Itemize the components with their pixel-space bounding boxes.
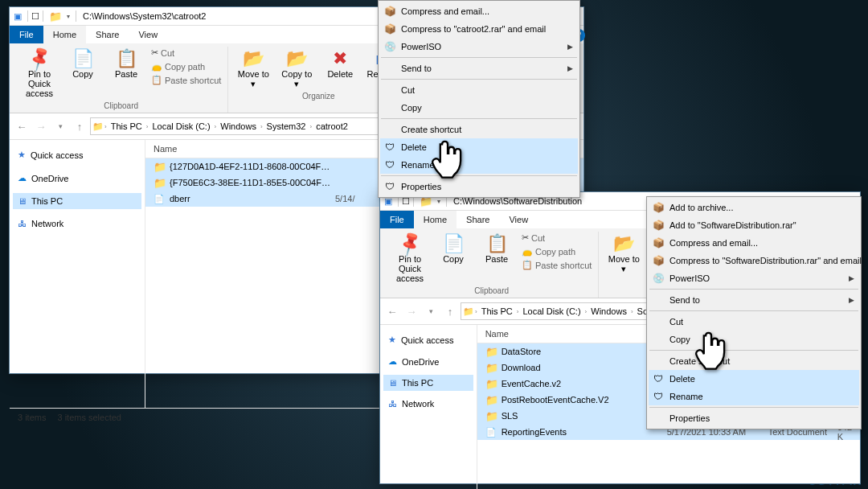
network-icon: 🖧 bbox=[388, 399, 397, 409]
col-name[interactable]: Name bbox=[485, 329, 646, 339]
paste-button[interactable]: 📋Paste bbox=[477, 232, 517, 265]
menu-item[interactable]: 💿PowerISO▶ bbox=[649, 269, 859, 287]
menu-item-icon: 🛡 bbox=[383, 142, 396, 153]
tab-view[interactable]: View bbox=[129, 26, 167, 43]
menu-item[interactable]: Properties bbox=[649, 409, 859, 427]
tab-file[interactable]: File bbox=[380, 211, 414, 228]
cut-button[interactable]: Cut bbox=[520, 232, 593, 244]
copy-button[interactable]: 📄Copy bbox=[63, 47, 103, 80]
up-button[interactable]: ↑ bbox=[441, 302, 459, 320]
status-selected: 3 items selected bbox=[57, 413, 121, 422]
paste-shortcut-button[interactable]: 📋Paste shortcut bbox=[149, 74, 223, 86]
recent-button[interactable]: ▾ bbox=[51, 117, 69, 135]
menu-item[interactable]: Cut bbox=[380, 81, 578, 99]
copy-to-button[interactable]: 📂Copy to ▾ bbox=[276, 47, 317, 90]
move-to-button[interactable]: 📂Move to ▾ bbox=[604, 232, 644, 275]
menu-item[interactable]: Send to▶ bbox=[649, 291, 859, 309]
ribbon-group-clipboard: Clipboard bbox=[104, 100, 138, 113]
sidebar-item-network[interactable]: 🖧Network bbox=[13, 216, 141, 232]
tab-share[interactable]: Share bbox=[457, 211, 499, 228]
sidebar-item-onedrive[interactable]: ☁OneDrive bbox=[383, 353, 473, 370]
menu-item-label: Compress to "catroot2.rar" and email bbox=[401, 24, 546, 34]
breadcrumb[interactable]: This PC bbox=[478, 306, 516, 316]
tab-home[interactable]: Home bbox=[43, 26, 86, 43]
back-button[interactable]: ← bbox=[383, 302, 401, 320]
forward-button[interactable]: → bbox=[403, 302, 420, 320]
breadcrumb[interactable]: System32 bbox=[264, 121, 309, 131]
sidebar-item-onedrive[interactable]: ☁OneDrive bbox=[13, 170, 141, 187]
pin-button[interactable]: 📌Pin to Quick access bbox=[390, 232, 430, 285]
copy-path-button[interactable]: 👝Copy path bbox=[149, 60, 223, 72]
folder-icon: 📁 bbox=[92, 121, 104, 132]
text-file-icon: 📄 bbox=[485, 427, 497, 438]
sidebar-item-this-pc[interactable]: 🖥This PC bbox=[383, 375, 473, 391]
ribbon-group-organize: Organize bbox=[302, 90, 335, 103]
tab-home[interactable]: Home bbox=[414, 211, 457, 228]
pin-button[interactable]: 📌Pin to Quick access bbox=[19, 47, 59, 100]
sidebar-item-this-pc[interactable]: 🖥This PC bbox=[13, 193, 141, 209]
breadcrumb[interactable]: This PC bbox=[108, 121, 145, 131]
breadcrumb[interactable]: Windows bbox=[217, 121, 260, 131]
menu-item[interactable]: Create shortcut bbox=[380, 121, 578, 138]
chevron-down-icon[interactable]: ▾ bbox=[437, 198, 440, 205]
menu-item[interactable]: 📦Compress and email... bbox=[380, 2, 578, 20]
sidebar-item-quick-access[interactable]: ★Quick access bbox=[383, 331, 473, 348]
menu-item[interactable]: 📦Compress and email... bbox=[649, 234, 859, 252]
menu-item[interactable]: Cut bbox=[649, 313, 859, 331]
status-items: 3 items bbox=[18, 413, 46, 422]
menu-item[interactable]: Send to▶ bbox=[380, 60, 578, 77]
cut-button[interactable]: Cut bbox=[149, 47, 223, 59]
menu-item[interactable]: 🛡Delete bbox=[380, 138, 578, 156]
file-name: Download bbox=[502, 363, 662, 372]
breadcrumb[interactable]: Local Disk (C:) bbox=[519, 306, 583, 316]
sidebar-item-network[interactable]: 🖧Network bbox=[383, 396, 473, 412]
paste-button[interactable]: 📋Paste bbox=[106, 47, 146, 80]
forward-button[interactable]: → bbox=[32, 117, 50, 135]
copy-path-button[interactable]: 👝Copy path bbox=[520, 245, 593, 257]
paste-shortcut-button[interactable]: 📋Paste shortcut bbox=[520, 259, 593, 271]
menu-item-icon: 📦 bbox=[652, 220, 665, 231]
menu-item[interactable]: 🛡Delete bbox=[649, 370, 859, 388]
menu-item[interactable]: 📦Add to "SoftwareDistribution.rar" bbox=[649, 216, 859, 234]
menu-item[interactable]: 📦Compress to "SoftwareDistribution.rar" … bbox=[649, 252, 859, 269]
menu-item[interactable]: Copy bbox=[380, 99, 578, 117]
up-button[interactable]: ↑ bbox=[71, 117, 88, 135]
star-icon: ★ bbox=[18, 150, 26, 160]
menu-item-label: PowerISO bbox=[669, 273, 710, 283]
chevron-right-icon: ▶ bbox=[567, 43, 573, 51]
back-button[interactable]: ← bbox=[13, 117, 31, 135]
menu-item-icon: 🛡 bbox=[652, 391, 665, 402]
menu-item-label: Compress to "SoftwareDistribution.rar" a… bbox=[669, 256, 862, 265]
copy-button[interactable]: 📄Copy bbox=[433, 232, 473, 265]
network-icon: 🖧 bbox=[18, 219, 27, 228]
menu-item-label: Rename bbox=[669, 392, 703, 401]
menu-item[interactable]: 🛡Rename bbox=[380, 156, 578, 174]
menu-item[interactable]: 📦Compress to "catroot2.rar" and email bbox=[380, 20, 578, 38]
col-name[interactable]: Name bbox=[154, 144, 314, 154]
chevron-down-icon[interactable]: ▾ bbox=[67, 13, 70, 20]
menu-item[interactable]: Copy bbox=[649, 331, 859, 348]
chevron-right-icon: ▶ bbox=[849, 274, 854, 282]
file-name: ReportingEvents bbox=[502, 427, 662, 437]
menu-item-icon: 💿 bbox=[383, 41, 396, 52]
menu-item[interactable]: 💿PowerISO▶ bbox=[380, 38, 578, 55]
menu-item[interactable]: 📦Add to archive... bbox=[649, 199, 859, 216]
menu-item[interactable]: 🛡Properties bbox=[380, 178, 578, 195]
menu-item-label: PowerISO bbox=[401, 42, 441, 51]
tab-file[interactable]: File bbox=[10, 26, 43, 43]
move-to-button[interactable]: 📂Move to ▾ bbox=[233, 47, 273, 90]
recent-button[interactable]: ▾ bbox=[422, 302, 440, 320]
menu-item[interactable]: 🛡Rename bbox=[649, 388, 859, 405]
breadcrumb[interactable]: catroot2 bbox=[313, 121, 351, 131]
sidebar-item-quick-access[interactable]: ★Quick access bbox=[13, 146, 141, 163]
breadcrumb[interactable]: Windows bbox=[588, 306, 630, 316]
tab-view[interactable]: View bbox=[499, 211, 538, 228]
checkbox-icon[interactable]: ☐ bbox=[31, 11, 39, 22]
breadcrumb[interactable]: Local Disk (C:) bbox=[149, 121, 213, 131]
text-file-icon: 📄 bbox=[154, 194, 165, 204]
delete-button[interactable]: ✖Delete bbox=[320, 47, 360, 80]
menu-item-label: Send to bbox=[669, 295, 700, 305]
menu-item-label: Add to "SoftwareDistribution.rar" bbox=[669, 220, 796, 230]
tab-share[interactable]: Share bbox=[86, 26, 129, 43]
menu-item[interactable]: Create shortcut bbox=[649, 352, 859, 370]
